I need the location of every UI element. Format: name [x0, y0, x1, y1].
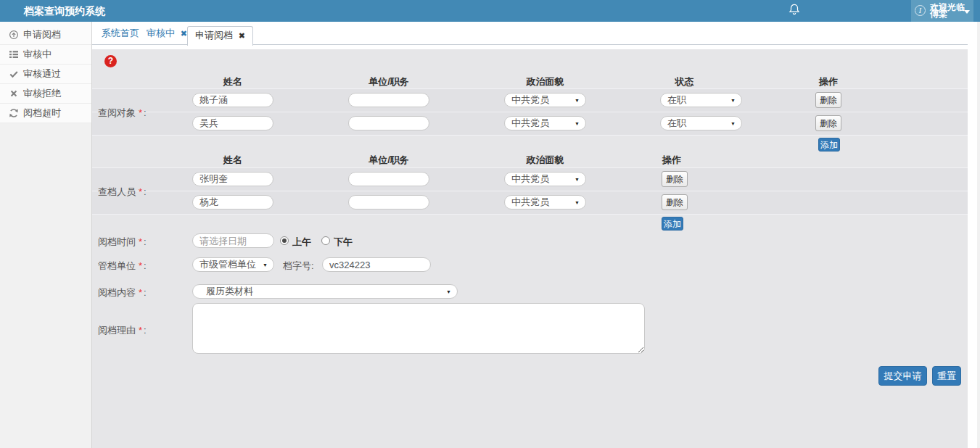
- doc-number-label: 档字号:: [283, 260, 314, 273]
- list-icon: [9, 49, 19, 59]
- user-menu[interactable]: I 欢迎光临 傅棠: [911, 0, 973, 22]
- political-select[interactable]: 中共党员 ▼: [504, 195, 586, 210]
- unit-input[interactable]: [348, 93, 429, 107]
- date-input[interactable]: [192, 233, 274, 248]
- avatar-icon: I: [915, 5, 926, 16]
- bell-icon: [788, 3, 801, 19]
- add-view-target-button[interactable]: 添加: [818, 138, 840, 152]
- selected-value: 在职: [661, 117, 730, 130]
- sidebar-item-rejected[interactable]: 审核拒绝: [0, 84, 91, 104]
- field-label-text: 阅档时间: [98, 236, 136, 247]
- col-header-name: 姓名: [192, 154, 273, 167]
- dropdown-arrow-icon: ▼: [575, 98, 580, 103]
- dropdown-arrow-icon: ▼: [575, 177, 580, 182]
- help-icon[interactable]: ?: [104, 55, 117, 67]
- doc-number-input[interactable]: [322, 257, 431, 272]
- submit-button[interactable]: 提交申请: [878, 366, 927, 386]
- sidebar-item-read-timeout[interactable]: 阅档超时: [0, 104, 91, 123]
- archive-unit-label: 管档单位*:: [98, 260, 147, 273]
- selected-value: 中共党员: [505, 117, 575, 130]
- sidebar-item-in-review[interactable]: 审核中: [0, 45, 91, 65]
- sidebar: 申请阅档 审核中 审核通过 审核拒绝 阅档超时: [0, 22, 92, 448]
- tab-label: 审核中: [147, 28, 175, 38]
- delete-button[interactable]: 删除: [815, 92, 841, 108]
- chevron-down-icon: [964, 10, 970, 14]
- read-reason-textarea[interactable]: [192, 303, 645, 354]
- read-time-label: 阅档时间*:: [98, 236, 147, 249]
- col-header-action: 操作: [807, 75, 850, 88]
- field-label-text: 查阅对象: [98, 107, 136, 118]
- delete-button[interactable]: 删除: [815, 115, 841, 131]
- political-select[interactable]: 中共党员 ▼: [504, 116, 586, 130]
- delete-button[interactable]: 删除: [662, 171, 688, 187]
- name-input[interactable]: [192, 93, 273, 107]
- field-label-text: 阅档理由: [98, 325, 136, 336]
- unit-input[interactable]: [348, 172, 429, 186]
- sidebar-item-label: 阅档超时: [23, 107, 61, 120]
- vertical-scrollbar[interactable]: [977, 22, 980, 448]
- unit-input[interactable]: [348, 195, 429, 210]
- selected-value: 在职: [661, 94, 730, 107]
- sidebar-item-apply-read[interactable]: 申请阅档: [0, 25, 91, 45]
- welcome-text: 欢迎光临 傅棠: [930, 4, 966, 17]
- selected-value: 中共党员: [505, 94, 575, 107]
- selected-value: 中共党员: [505, 196, 575, 209]
- dropdown-arrow-icon: ▼: [263, 262, 268, 267]
- refresh-icon: [9, 108, 19, 118]
- searchers-header-row: 姓名 单位/职务 政治面貌 操作: [92, 154, 968, 168]
- tab-in-review[interactable]: 审核中 ✖: [147, 22, 187, 44]
- radio-pm-label[interactable]: 下午: [334, 236, 353, 249]
- status-select[interactable]: 在职 ▼: [660, 93, 742, 107]
- delete-button[interactable]: 删除: [662, 194, 688, 210]
- read-content-label: 阅档内容*:: [98, 286, 147, 299]
- col-header-name: 姓名: [192, 75, 273, 88]
- status-select[interactable]: 在职 ▼: [660, 116, 742, 130]
- col-header-political: 政治面貌: [504, 154, 586, 167]
- col-header-status: 状态: [643, 75, 725, 88]
- dropdown-arrow-icon: ▼: [730, 121, 736, 126]
- political-select[interactable]: 中共党员 ▼: [504, 93, 586, 107]
- arrow-up-circle-icon: [9, 30, 19, 40]
- tab-label: 申请阅档: [195, 30, 233, 41]
- radio-am-label[interactable]: 上午: [292, 236, 311, 249]
- required-star: *: [139, 236, 142, 247]
- name-input[interactable]: [192, 116, 273, 130]
- read-content-select[interactable]: 履历类材料 ▼: [192, 284, 458, 299]
- archive-unit-select[interactable]: 市级管档单位 ▼: [192, 257, 274, 272]
- radio-pm[interactable]: [321, 236, 330, 245]
- tab-apply-read-active[interactable]: 申请阅档 ✖: [187, 26, 253, 46]
- unit-input[interactable]: [348, 116, 429, 130]
- required-star: *: [139, 260, 142, 271]
- name-input[interactable]: [192, 172, 273, 186]
- form-panel: ? 姓名 单位/职务 政治面貌 状态 操作 中共党员 ▼ 在职 ▼ 删除 中共党…: [92, 49, 968, 448]
- field-label-text: 阅档内容: [98, 287, 136, 298]
- sidebar-item-label: 审核通过: [23, 67, 61, 80]
- sidebar-menu: 申请阅档 审核中 审核通过 审核拒绝 阅档超时: [0, 22, 91, 123]
- app-title: 档案查询预约系统: [24, 0, 105, 22]
- close-icon[interactable]: ✖: [181, 29, 187, 38]
- top-header-bar: 档案查询预约系统 I 欢迎光临 傅棠: [0, 0, 980, 22]
- selected-value: 市级管档单位: [193, 258, 263, 271]
- selected-value: 中共党员: [505, 173, 575, 186]
- view-targets-header-row: 姓名 单位/职务 政治面貌 状态 操作: [92, 75, 968, 90]
- add-searcher-button[interactable]: 添加: [662, 217, 683, 231]
- label-colon: :: [144, 287, 147, 298]
- col-header-unit: 单位/职务: [348, 154, 429, 167]
- view-target-row: 中共党员 ▼ 在职 ▼ 删除: [92, 112, 968, 135]
- dropdown-arrow-icon: ▼: [730, 98, 736, 103]
- close-icon[interactable]: ✖: [239, 31, 245, 40]
- tab-label: 系统首页: [102, 28, 139, 38]
- searchers-label: 查档人员*:: [98, 186, 147, 199]
- sidebar-item-approved[interactable]: 审核通过: [0, 65, 91, 84]
- required-star: *: [139, 287, 142, 298]
- label-colon: :: [144, 236, 147, 247]
- check-icon: [9, 69, 19, 79]
- notification-bell-button[interactable]: [785, 0, 804, 22]
- sidebar-item-label: 审核拒绝: [23, 87, 61, 100]
- political-select[interactable]: 中共党员 ▼: [504, 172, 586, 186]
- name-input[interactable]: [192, 195, 273, 210]
- col-header-action: 操作: [650, 154, 693, 167]
- tab-system-home[interactable]: 系统首页: [102, 22, 139, 44]
- reset-button[interactable]: 重置: [932, 366, 961, 386]
- radio-am[interactable]: [280, 236, 289, 245]
